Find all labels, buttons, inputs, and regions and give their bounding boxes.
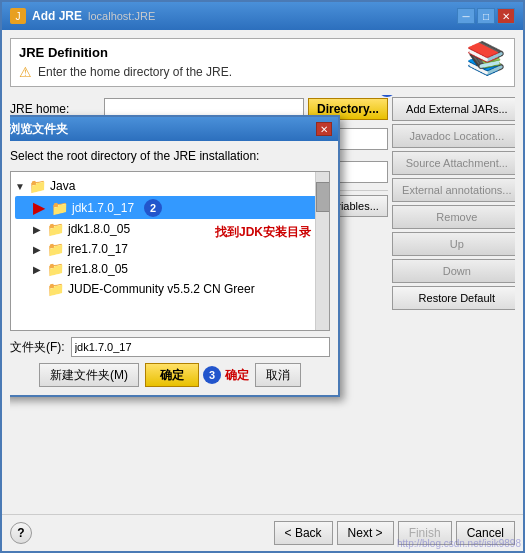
window-subtitle: localhost:JRE bbox=[88, 10, 155, 22]
cancel-button[interactable]: 取消 bbox=[255, 363, 301, 387]
help-button[interactable]: ? bbox=[10, 522, 32, 544]
tree-toggle-java: ▼ bbox=[15, 181, 25, 192]
restore-default-button[interactable]: Restore Default bbox=[392, 286, 515, 310]
ok-annotation: 确定 bbox=[225, 367, 249, 384]
minimize-button[interactable]: ─ bbox=[457, 8, 475, 24]
tree-label-jdk17: jdk1.7.0_17 bbox=[72, 201, 134, 215]
dialog-buttons: 新建文件夹(M) 确定 3 确定 取消 bbox=[10, 363, 330, 387]
next-button[interactable]: Next > bbox=[337, 521, 394, 545]
tree-toggle-jdk18: ▶ bbox=[33, 224, 43, 235]
maximize-button[interactable]: □ bbox=[477, 8, 495, 24]
tree-item-jre18[interactable]: ▶ 📁 jre1.8.0_05 bbox=[15, 259, 325, 279]
up-button[interactable]: Up bbox=[392, 232, 515, 256]
external-annotations-button[interactable]: External annotations... bbox=[392, 178, 515, 202]
dialog-description: Select the root directory of the JRE ins… bbox=[10, 149, 330, 163]
add-external-jars-button[interactable]: Add External JARs... bbox=[392, 97, 515, 121]
folder-icon-jude: 📁 bbox=[47, 281, 64, 297]
down-button[interactable]: Down bbox=[392, 259, 515, 283]
javadoc-location-button[interactable]: Javadoc Location... bbox=[392, 124, 515, 148]
books-icon: 📚 bbox=[466, 39, 506, 77]
title-bar: J Add JRE localhost:JRE ─ □ ✕ bbox=[2, 2, 523, 30]
jdk-arrow-icon: ▶ bbox=[33, 198, 45, 217]
form-area: JRE home: Directory... 1 点击 JRE name: De… bbox=[10, 95, 388, 506]
tree-item-java[interactable]: ▼ 📁 Java bbox=[15, 176, 325, 196]
annotation-circle-3: 3 bbox=[203, 366, 221, 384]
ok-button[interactable]: 确定 bbox=[145, 363, 199, 387]
title-controls: ─ □ ✕ bbox=[457, 8, 515, 24]
tree-label-jude: JUDE-Community v5.5.2 CN Greer bbox=[68, 282, 255, 296]
header-desc-text: Enter the home directory of the JRE. bbox=[38, 65, 232, 79]
dialog-close-button[interactable]: ✕ bbox=[316, 122, 332, 136]
tree-item-jdk17[interactable]: ▶ 📁 jdk1.7.0_17 2 bbox=[15, 196, 325, 219]
dialog-title-bar: 浏览文件夹 ✕ bbox=[10, 117, 338, 141]
new-folder-button[interactable]: 新建文件夹(M) bbox=[39, 363, 139, 387]
source-attachment-button[interactable]: Source Attachment... bbox=[392, 151, 515, 175]
dialog-title: 浏览文件夹 bbox=[10, 121, 68, 138]
scrollbar-thumb[interactable] bbox=[316, 182, 330, 212]
window-title: Add JRE bbox=[32, 9, 82, 23]
back-button[interactable]: < Back bbox=[274, 521, 333, 545]
main-content: JRE Definition ⚠ Enter the home director… bbox=[2, 30, 523, 514]
ok-btn-group: 确定 3 确定 bbox=[145, 363, 249, 387]
right-panel: Add External JARs... Javadoc Location...… bbox=[392, 95, 515, 506]
folder-icon-jdk17: 📁 bbox=[51, 200, 68, 216]
dialog-file-label: 文件夹(F): bbox=[10, 339, 65, 356]
close-button[interactable]: ✕ bbox=[497, 8, 515, 24]
jre-home-label: JRE home: bbox=[10, 102, 100, 116]
find-jdk-annotation: 找到JDK安装目录 bbox=[215, 224, 311, 241]
tree-label-jre18: jre1.8.0_05 bbox=[68, 262, 128, 276]
form-panel-container: JRE home: Directory... 1 点击 JRE name: De… bbox=[10, 95, 515, 506]
tree-label-jre17: jre1.7.0_17 bbox=[68, 242, 128, 256]
window-icon: J bbox=[10, 8, 26, 24]
folder-icon-jre18: 📁 bbox=[47, 261, 64, 277]
tree-scrollbar[interactable] bbox=[315, 172, 329, 330]
watermark: http://blog.csdn.net/isik9898 bbox=[395, 536, 523, 551]
tree-item-jre17[interactable]: ▶ 📁 jre1.7.0_17 bbox=[15, 239, 325, 259]
remove-button[interactable]: Remove bbox=[392, 205, 515, 229]
main-window: J Add JRE localhost:JRE ─ □ ✕ JRE Defini… bbox=[0, 0, 525, 553]
folder-icon-java: 📁 bbox=[29, 178, 46, 194]
tree-toggle-jre17: ▶ bbox=[33, 244, 43, 255]
tree-label-java: Java bbox=[50, 179, 75, 193]
tree-label-jdk18: jdk1.8.0_05 bbox=[68, 222, 130, 236]
jre-definition-header: JRE Definition ⚠ Enter the home director… bbox=[10, 38, 515, 87]
tree-item-jude[interactable]: 📁 JUDE-Community v5.5.2 CN Greer bbox=[15, 279, 325, 299]
annotation-circle-2: 2 bbox=[144, 199, 162, 217]
dialog-file-input[interactable] bbox=[71, 337, 330, 357]
bottom-left: ? bbox=[10, 522, 32, 544]
warning-icon: ⚠ bbox=[19, 64, 32, 80]
dialog-file-row: 文件夹(F): bbox=[10, 337, 330, 357]
section-title: JRE Definition bbox=[19, 45, 506, 60]
folder-tree[interactable]: ▼ 📁 Java ▶ 📁 jdk1.7.0_17 2 bbox=[10, 171, 330, 331]
browse-folder-dialog: 浏览文件夹 ✕ Select the root directory of the… bbox=[10, 115, 340, 397]
folder-icon-jre17: 📁 bbox=[47, 241, 64, 257]
folder-icon-jdk18: 📁 bbox=[47, 221, 64, 237]
header-description: ⚠ Enter the home directory of the JRE. bbox=[19, 64, 506, 80]
tree-toggle-jre18: ▶ bbox=[33, 264, 43, 275]
dialog-content: Select the root directory of the JRE ins… bbox=[10, 141, 338, 395]
